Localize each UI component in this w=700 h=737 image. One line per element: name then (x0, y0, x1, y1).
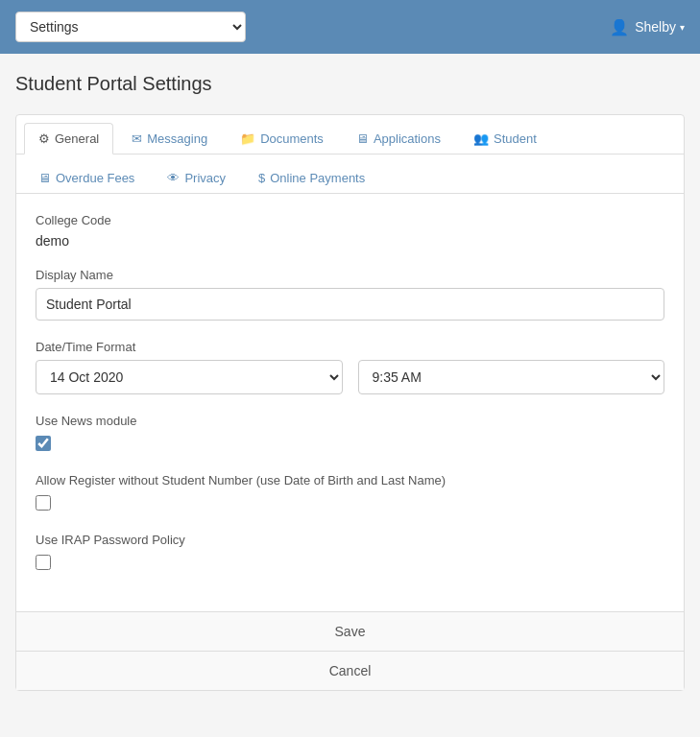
tab-privacy[interactable]: 👁 Privacy (153, 162, 240, 194)
envelope-icon: ✉ (132, 131, 142, 146)
display-name-group: Display Name (36, 268, 664, 321)
tab-applications-label: Applications (374, 131, 441, 146)
button-row: Save Cancel (16, 611, 684, 690)
tab-overdue-fees[interactable]: 🖥 Overdue Fees (24, 162, 149, 194)
tab-general-label: General (55, 131, 99, 146)
save-button[interactable]: Save (16, 612, 684, 652)
time-format-select[interactable]: 9:35 AM 09:35 21:35 (358, 360, 665, 394)
page-title: Student Portal Settings (15, 73, 685, 95)
tabs-row-1: ⚙ General ✉ Messaging 📁 Documents 🖥 Appl… (16, 115, 684, 155)
datetime-row: 14 Oct 2020 10/14/2020 14/10/2020 2020-1… (36, 360, 664, 394)
tab-documents[interactable]: 📁 Documents (226, 123, 338, 155)
use-news-module-group: Use News module (36, 414, 664, 454)
tab-overdue-fees-label: Overdue Fees (56, 171, 134, 185)
use-news-module-checkbox[interactable] (36, 436, 51, 451)
allow-register-checkbox[interactable] (36, 495, 51, 511)
use-irap-label: Use IRAP Password Policy (36, 533, 664, 547)
students-icon: 👥 (473, 131, 489, 146)
tab-general[interactable]: ⚙ General (24, 123, 113, 155)
user-icon: 👤 (610, 18, 629, 36)
user-name: Shelby (635, 19, 676, 35)
college-code-label: College Code (36, 213, 664, 227)
tab-privacy-label: Privacy (184, 171, 226, 185)
display-name-label: Display Name (36, 268, 664, 282)
display-name-input[interactable] (36, 288, 664, 321)
use-news-module-label: Use News module (36, 414, 664, 428)
tab-messaging-label: Messaging (147, 131, 207, 146)
folder-icon: 📁 (240, 131, 255, 146)
use-irap-group: Use IRAP Password Policy (36, 533, 664, 573)
user-menu[interactable]: 👤 Shelby ▾ (610, 18, 685, 36)
tab-student-label: Student (494, 131, 537, 146)
navbar: Settings 👤 Shelby ▾ (0, 0, 700, 54)
form-area: College Code demo Display Name Date/Time… (16, 194, 684, 611)
allow-register-label: Allow Register without Student Number (u… (36, 473, 664, 487)
chevron-down-icon: ▾ (680, 22, 685, 33)
settings-dropdown[interactable]: Settings (15, 12, 246, 42)
main-content: Student Portal Settings ⚙ General ✉ Mess… (0, 54, 700, 737)
cancel-button[interactable]: Cancel (16, 652, 684, 690)
tabs-row-2: 🖥 Overdue Fees 👁 Privacy $ Online Paymen… (16, 155, 684, 194)
college-code-group: College Code demo (36, 213, 664, 249)
tab-student[interactable]: 👥 Student (459, 123, 551, 155)
tab-messaging[interactable]: ✉ Messaging (117, 123, 222, 155)
eye-icon: 👁 (167, 171, 180, 185)
tab-online-payments-label: Online Payments (270, 171, 365, 185)
datetime-format-group: Date/Time Format 14 Oct 2020 10/14/2020 … (36, 340, 664, 394)
gear-icon: ⚙ (38, 131, 50, 146)
monitor-icon: 🖥 (356, 131, 369, 146)
tab-documents-label: Documents (260, 131, 324, 146)
settings-card: ⚙ General ✉ Messaging 📁 Documents 🖥 Appl… (15, 114, 685, 691)
allow-register-group: Allow Register without Student Number (u… (36, 473, 664, 513)
dollar-icon: $ (258, 171, 265, 185)
college-code-value: demo (36, 233, 69, 249)
fees-icon: 🖥 (38, 171, 51, 185)
use-irap-checkbox[interactable] (36, 555, 51, 570)
tab-online-payments[interactable]: $ Online Payments (244, 162, 379, 194)
tab-applications[interactable]: 🖥 Applications (342, 123, 455, 155)
date-format-select[interactable]: 14 Oct 2020 10/14/2020 14/10/2020 2020-1… (36, 360, 343, 394)
datetime-format-label: Date/Time Format (36, 340, 664, 354)
